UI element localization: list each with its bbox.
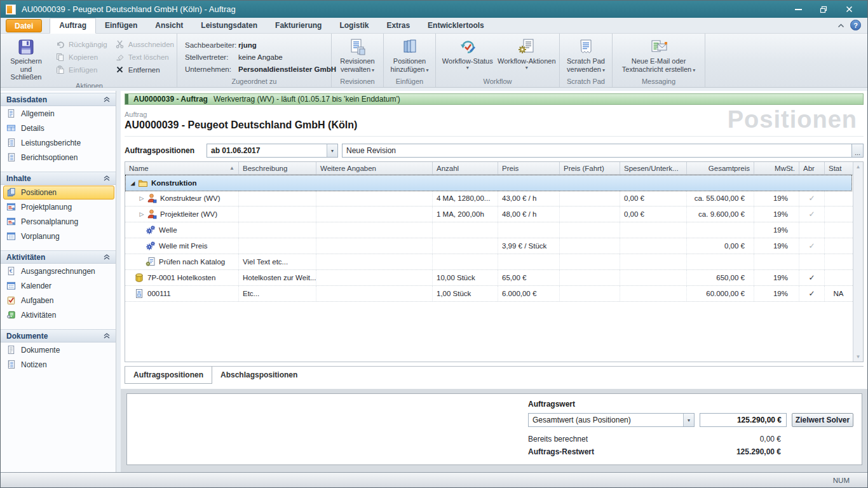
group-label-revisionen: Revisionen: [334, 77, 381, 87]
workflow-status-button[interactable]: Workflow-Status ▾: [438, 35, 497, 70]
column-header-stat[interactable]: Stat: [825, 162, 852, 174]
euro-invoice-icon: €: [6, 266, 17, 276]
tab-datei[interactable]: Datei: [6, 19, 42, 32]
ribbon-group-aktionen: Speichern und Schließen Rückgängig Kopie…: [2, 34, 177, 87]
table-row[interactable]: ▷Projektleiter (WV) 1 MA, 200,00h 48,00 …: [125, 207, 853, 222]
group-expand-icon[interactable]: ◢: [129, 180, 137, 186]
activity-icon: [6, 310, 17, 320]
ribbon-group-workflow: Workflow-Status ▾ Workflow-Aktionen ▾ Wo…: [436, 34, 560, 87]
use-scratch-pad-button[interactable]: Scratch Pad verwenden▾: [562, 35, 609, 73]
document-gear-icon: [146, 257, 156, 267]
paste-button[interactable]: Einfügen: [55, 65, 107, 74]
remove-button[interactable]: Entfernen: [115, 65, 174, 74]
sidebar-header-dokumente[interactable]: Dokumente: [1, 329, 116, 342]
sidebar-item-projektplanung[interactable]: Projektplanung: [3, 200, 114, 214]
sidebar-item-personalplanung[interactable]: Personalplanung: [3, 215, 114, 229]
close-button[interactable]: [844, 5, 853, 14]
sidebar-item-leistungsberichte[interactable]: Leistungsberichte: [3, 136, 114, 150]
workflow-actions-button[interactable]: Workflow-Aktionen ▾: [497, 35, 557, 70]
column-header-anzahl[interactable]: Anzahl: [433, 162, 498, 174]
tab-logistik[interactable]: Logistik: [330, 18, 377, 33]
sidebar-section-dokumente: Dokumente Dokumente Notizen: [1, 329, 116, 372]
undo-button[interactable]: Rückgängig: [55, 39, 107, 49]
column-header-mwst[interactable]: MwSt.: [754, 162, 799, 174]
value-mode-select[interactable]: Gesamtwert (aus Positionen) ▾: [528, 413, 695, 427]
clear-text-button[interactable]: Text löschen: [115, 52, 174, 62]
group-row-konstruktion[interactable]: ◢ Konstruktion: [126, 175, 851, 191]
cell-weitere: [316, 270, 433, 285]
chevron-down-icon[interactable]: ▾: [327, 144, 337, 157]
tab-entwicklertools[interactable]: Entwicklertools: [419, 18, 493, 33]
zielwert-solver-button[interactable]: Zielwert Solver: [792, 413, 853, 427]
tab-einfuegen[interactable]: Einfügen: [96, 18, 146, 33]
column-header-spesen[interactable]: Spesen/Unterk...: [620, 162, 687, 174]
sidebar-item-aufgaben[interactable]: Aufgaben: [3, 294, 114, 308]
scroll-up-icon[interactable]: ▲: [856, 164, 861, 170]
tab-auftragspositionen[interactable]: Auftragspositionen: [125, 367, 212, 384]
sidebar-item-notizen[interactable]: Notizen: [3, 358, 114, 372]
expand-row-icon[interactable]: ▷: [138, 195, 146, 201]
order-total-input[interactable]: [700, 413, 787, 427]
cell-preis: 65,00 €: [498, 270, 560, 285]
sidebar-item-allgemein[interactable]: Allgemein: [3, 107, 114, 121]
table-row[interactable]: Welle mit Preis 3,99 € / Stück 0,00 € 19…: [125, 238, 853, 254]
save-and-close-button[interactable]: Speichern und Schließen: [4, 35, 48, 81]
expand-row-icon[interactable]: ▷: [138, 211, 146, 217]
tab-leistungsdaten[interactable]: Leistungsdaten: [192, 18, 266, 33]
cell-weitere: [316, 222, 433, 238]
tab-fakturierung[interactable]: Fakturierung: [266, 18, 330, 33]
bereits-berechnet-value: 0,00 €: [760, 435, 781, 444]
cell-weitere: [316, 238, 433, 254]
sidebar-item-kalender[interactable]: Kalender: [3, 279, 114, 293]
more-options-button[interactable]: ...: [852, 144, 864, 158]
sidebar-item-vorplanung[interactable]: Vorplanung: [3, 229, 114, 243]
column-header-beschreibung[interactable]: Beschreibung: [239, 162, 316, 174]
table-row[interactable]: 000111 Etc... 1,00 Stück 6.000,00 € 60.0…: [125, 286, 853, 302]
column-header-weitere-angaben[interactable]: Weitere Angaben: [316, 162, 433, 174]
tab-abschlagspositionen[interactable]: Abschlagspositionen: [212, 367, 306, 384]
copy-button[interactable]: Kopieren: [55, 52, 107, 62]
table-row[interactable]: ▷Konstrukteur (WV) 4 MA, 1280,00... 43,0…: [125, 191, 853, 207]
sidebar-item-ausgangsrechnungen[interactable]: € Ausgangsrechnungen: [3, 264, 114, 278]
tab-auftrag[interactable]: Auftrag: [50, 18, 96, 34]
tab-ansicht[interactable]: Ansicht: [146, 18, 192, 33]
vertical-scrollbar[interactable]: ▲ ▼: [853, 162, 863, 362]
manage-revisions-button[interactable]: Revisionen verwalten▾: [334, 35, 381, 73]
table-row[interactable]: Prüfen nach Katalog Viel Text etc...: [125, 254, 853, 270]
sidebar-header-basisdaten[interactable]: Basisdaten: [1, 93, 116, 106]
revision-select[interactable]: ab 01.06.2017 ▾: [207, 144, 338, 158]
sidebar-item-positionen[interactable]: Positionen: [3, 186, 114, 200]
sidebar-item-details[interactable]: Details: [3, 121, 114, 135]
paste-icon: [55, 65, 65, 74]
sidebar-item-dokumente[interactable]: Dokumente: [3, 343, 114, 357]
sidebar-item-berichtsoptionen[interactable]: Berichtsoptionen: [3, 151, 114, 165]
chevron-down-icon[interactable]: ▾: [683, 414, 694, 426]
column-header-abr[interactable]: Abr: [799, 162, 825, 174]
table-row[interactable]: Welle 19%: [125, 222, 853, 238]
toolbar-label: Auftragspositionen: [125, 146, 207, 155]
column-header-preis-fahrt[interactable]: Preis (Fahrt): [560, 162, 620, 174]
add-positions-button[interactable]: Positionen hinzufügen▾: [386, 35, 433, 73]
cell-gesamtpreis: ca. 9.600,00 €: [687, 207, 754, 222]
sidebar-header-inhalte[interactable]: Inhalte: [1, 172, 116, 185]
help-icon[interactable]: ?: [850, 20, 861, 30]
cell-spesen: 0,00 €: [620, 191, 687, 206]
collapse-section-icon: [104, 333, 110, 339]
collapse-ribbon-icon[interactable]: [837, 21, 844, 30]
revision-name-input[interactable]: [342, 144, 852, 158]
restore-button[interactable]: [819, 5, 828, 14]
num-lock-indicator: NUM: [833, 477, 850, 484]
column-header-name[interactable]: Name▲: [125, 162, 239, 174]
new-email-button[interactable]: Neue E-Mail oder Textnachricht erstellen…: [616, 35, 702, 73]
column-header-gesamtpreis[interactable]: Gesamtpreis: [687, 162, 754, 174]
sidebar-header-aktivitaeten[interactable]: Aktivitäten: [1, 250, 116, 264]
scroll-down-icon[interactable]: ▼: [856, 354, 861, 360]
cut-button[interactable]: Ausschneiden: [115, 39, 174, 49]
tab-extras[interactable]: Extras: [377, 18, 419, 33]
cell-mwst: 19%: [754, 286, 799, 301]
column-header-preis[interactable]: Preis: [498, 162, 560, 174]
table-row[interactable]: 7P-0001 Hotelkosten Hotelkosten zur Weit…: [125, 270, 853, 286]
sidebar-item-aktivitaeten[interactable]: Aktivitäten: [3, 308, 114, 322]
cell-fahrt: [560, 286, 620, 301]
minimize-button[interactable]: [794, 5, 803, 14]
